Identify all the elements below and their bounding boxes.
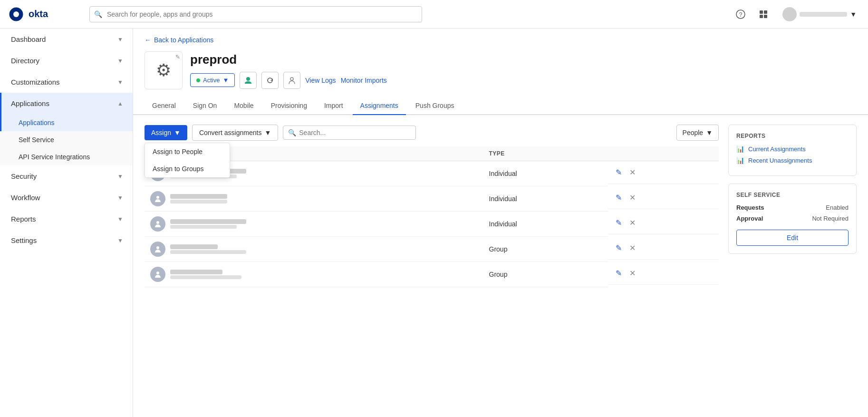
edit-action-icon[interactable]: ✎	[614, 191, 624, 204]
recent-unassignments-link[interactable]: 📊 Recent Unassignments	[736, 156, 849, 164]
people-filter-chevron-icon: ▼	[706, 129, 713, 136]
edit-action-icon[interactable]: ✎	[614, 242, 624, 254]
avatar	[150, 267, 165, 282]
assign-to-groups-item[interactable]: Assign to Groups	[145, 160, 230, 177]
sidebar-item-reports[interactable]: Reports ▼	[0, 208, 133, 230]
sidebar-label-directory: Directory	[11, 57, 39, 65]
tab-sign-on[interactable]: Sign On	[185, 97, 225, 115]
user-menu[interactable]: ▼	[779, 5, 860, 23]
tab-provisioning[interactable]: Provisioning	[263, 97, 315, 115]
requests-label: Requests	[736, 204, 764, 211]
tabs: General Sign On Mobile Provisioning Impo…	[133, 97, 868, 115]
person-info	[170, 194, 227, 204]
sidebar-item-customizations[interactable]: Customizations ▼	[0, 71, 133, 93]
app-actions: Active ▼ View Logs Monitor Imports	[190, 72, 387, 89]
arrow-left-icon: ←	[145, 36, 151, 44]
chevron-icon: ▼	[117, 36, 123, 43]
sidebar-item-security[interactable]: Security ▼	[0, 165, 133, 187]
type-group: Group	[489, 271, 508, 278]
svg-rect-6	[760, 15, 763, 18]
person-icon-btn[interactable]	[283, 72, 300, 89]
tab-push-groups[interactable]: Push Groups	[408, 97, 462, 115]
back-to-applications-link[interactable]: ← Back to Applications	[133, 29, 868, 48]
status-dot	[196, 78, 200, 82]
refresh-icon-btn[interactable]	[261, 72, 279, 89]
sidebar-label-applications: Applications	[11, 99, 49, 107]
assign-button[interactable]: Assign ▼	[145, 125, 187, 140]
search-wrap[interactable]: 🔍	[283, 126, 416, 140]
delete-action-icon[interactable]: ✕	[627, 191, 637, 204]
user-name-text	[800, 12, 847, 17]
profile-icon-btn[interactable]	[240, 72, 257, 89]
grid-icon[interactable]	[756, 7, 771, 22]
view-logs-link[interactable]: View Logs	[305, 77, 336, 84]
tab-mobile[interactable]: Mobile	[226, 97, 261, 115]
sidebar: Dashboard ▼ Directory ▼ Customizations ▼…	[0, 29, 133, 417]
status-label: Active	[203, 77, 220, 84]
sidebar-item-directory[interactable]: Directory ▼	[0, 50, 133, 71]
back-link-text: Back to Applications	[154, 36, 213, 44]
edit-icon[interactable]: ✎	[175, 54, 180, 60]
svg-point-8	[290, 78, 293, 80]
svg-point-1	[13, 11, 19, 17]
sidebar-sub-item-api[interactable]: API Service Integrations	[0, 148, 133, 165]
status-button[interactable]: Active ▼	[190, 73, 235, 87]
chevron-icon: ▲	[117, 100, 123, 107]
type-individual: Individual	[489, 220, 517, 228]
chevron-icon: ▼	[117, 194, 123, 201]
tab-assignments[interactable]: Assignments	[353, 97, 406, 115]
sidebar-label-security: Security	[11, 172, 37, 180]
sidebar-sub-item-applications[interactable]: Applications	[0, 114, 133, 131]
self-service-card: SELF SERVICE Requests Enabled Approval N…	[728, 184, 857, 254]
assignments-wrap: Assign ▼ Assign to People Assign to Grou…	[133, 115, 868, 297]
requests-row: Requests Enabled	[736, 204, 849, 211]
sidebar-item-dashboard[interactable]: Dashboard ▼	[0, 29, 133, 50]
delete-action-icon[interactable]: ✕	[627, 216, 637, 229]
approval-value: Not Required	[812, 215, 849, 222]
delete-action-icon[interactable]: ✕	[627, 166, 637, 179]
type-individual: Individual	[489, 195, 517, 203]
sidebar-label-reports: Reports	[11, 215, 36, 223]
assign-to-people-item[interactable]: Assign to People	[145, 143, 230, 160]
svg-text:?: ?	[739, 11, 743, 18]
person-row	[150, 267, 478, 282]
person-info	[170, 219, 246, 229]
sidebar-sub-item-self-service[interactable]: Self Service	[0, 131, 133, 148]
avatar	[150, 216, 165, 232]
person-row	[150, 242, 478, 257]
app-icon-box: ⚙ ✎	[145, 51, 183, 89]
convert-label: Convert assignments	[199, 129, 262, 136]
chevron-icon: ▼	[117, 237, 123, 244]
sidebar-label-dashboard: Dashboard	[11, 35, 46, 43]
col-actions	[608, 146, 719, 161]
search-input[interactable]	[89, 6, 422, 22]
convert-assignments-button[interactable]: Convert assignments ▼	[192, 125, 278, 141]
search-bar[interactable]: 🔍	[89, 6, 422, 22]
search-input[interactable]	[299, 129, 411, 136]
current-assignments-link[interactable]: 📊 Current Assignments	[736, 145, 849, 153]
tab-general[interactable]: General	[145, 97, 183, 115]
monitor-imports-link[interactable]: Monitor Imports	[341, 77, 387, 84]
sidebar-item-workflow[interactable]: Workflow ▼	[0, 187, 133, 208]
reports-card: REPORTS 📊 Current Assignments 📊 Recent U…	[728, 125, 857, 176]
tab-import[interactable]: Import	[317, 97, 351, 115]
sidebar-item-applications[interactable]: Applications ▲	[0, 93, 133, 114]
delete-action-icon[interactable]: ✕	[627, 267, 637, 280]
edit-action-icon[interactable]: ✎	[614, 166, 624, 179]
body-wrap: Dashboard ▼ Directory ▼ Customizations ▼…	[0, 29, 868, 417]
people-filter-button[interactable]: People ▼	[676, 125, 719, 141]
chevron-down-icon: ▼	[850, 10, 857, 18]
edit-action-icon[interactable]: ✎	[614, 267, 624, 280]
people-filter-label: People	[683, 129, 704, 136]
report-icon: 📊	[736, 156, 744, 164]
person-name-blurred	[170, 219, 246, 224]
search-icon: 🔍	[94, 10, 102, 18]
svg-rect-4	[760, 10, 763, 14]
main-content: ← Back to Applications ⚙ ✎ preprod Activ…	[133, 29, 868, 417]
delete-action-icon[interactable]: ✕	[627, 242, 637, 254]
edit-button[interactable]: Edit	[736, 230, 849, 246]
edit-action-icon[interactable]: ✎	[614, 216, 624, 229]
help-icon[interactable]: ?	[733, 7, 748, 22]
assignments-table: Name Type	[145, 146, 719, 287]
sidebar-item-settings[interactable]: Settings ▼	[0, 230, 133, 251]
